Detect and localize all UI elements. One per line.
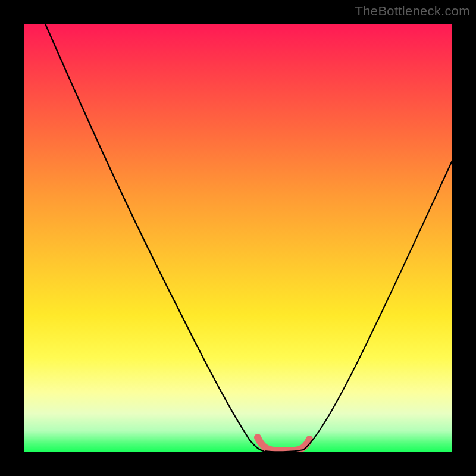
watermark-text: TheBottleneck.com <box>355 4 470 19</box>
curve-bottom-highlight <box>258 437 309 451</box>
chart-frame: TheBottleneck.com <box>0 0 476 476</box>
curve-left <box>45 24 265 451</box>
curve-svg <box>24 24 452 452</box>
plot-area <box>24 24 452 452</box>
curve-right <box>303 161 452 450</box>
